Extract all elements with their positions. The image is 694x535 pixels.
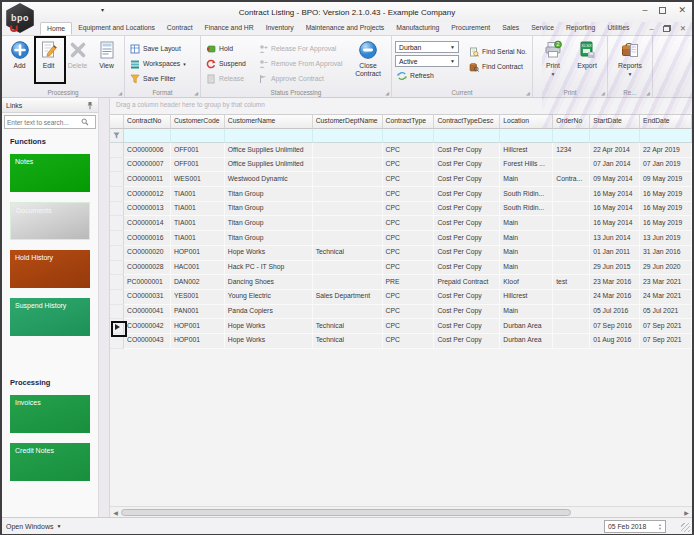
maximize-icon[interactable] <box>659 7 666 14</box>
cell-contracttypedesc[interactable]: Cost Per Copy <box>434 290 500 305</box>
search-input[interactable] <box>7 119 81 126</box>
date-editor[interactable]: 05 Feb 2018 ▲▼ <box>604 520 666 533</box>
cell-contracttypedesc[interactable]: Cost Per Copy <box>434 319 500 334</box>
cell-contracttype[interactable]: CPC <box>383 334 435 349</box>
cell-customerdeptname[interactable] <box>313 187 383 202</box>
table-row[interactable]: PC0000001DAN002Dancing ShoesPREPrepaid C… <box>110 275 692 290</box>
cell-location[interactable]: Main <box>500 172 553 187</box>
table-row[interactable]: CO0000014TIA001Titan GroupCPCCost Per Co… <box>110 216 692 231</box>
table-row[interactable]: CO0000028HAC001Hack PC - IT ShopCPCCost … <box>110 261 692 276</box>
cell-customerdeptname[interactable] <box>313 202 383 217</box>
cell-contractno[interactable]: CO0000020 <box>124 246 171 261</box>
suspend-history-button[interactable]: Suspend History <box>10 298 90 336</box>
cell-contracttypedesc[interactable]: Prepaid Contract <box>434 275 500 290</box>
filter-cell-location[interactable] <box>500 129 553 143</box>
close-contract-button[interactable]: Close Contract <box>348 38 388 86</box>
column-header-contracttypedesc[interactable]: ContractTypeDesc <box>434 114 500 129</box>
find-contract-button[interactable]: Find Contract <box>467 59 529 74</box>
cell-customercode[interactable]: OFF001 <box>171 158 225 173</box>
cell-orderno[interactable]: Contra... <box>553 172 590 187</box>
cell-customername[interactable]: Hope Works <box>225 246 313 261</box>
cell-customerdeptname[interactable]: Technical <box>313 334 383 349</box>
quick-access-dropdown-icon[interactable]: ▾ <box>101 6 104 13</box>
tab-equipment-and-locations[interactable]: Equipment and Locations <box>72 22 161 35</box>
table-row[interactable]: CO0000011WES001Westwood DynamicCPCCost P… <box>110 172 692 187</box>
cell-customername[interactable]: Hope Works <box>225 334 313 349</box>
filter-cell-contracttype[interactable] <box>383 129 435 143</box>
cell-orderno[interactable] <box>553 305 590 320</box>
cell-customername[interactable]: Westwood Dynamic <box>225 172 313 187</box>
cell-startdate[interactable]: 01 Aug 2016 <box>590 334 640 349</box>
group-by-panel[interactable]: Drag a column header here to group by th… <box>110 98 692 114</box>
filter-cell-customername[interactable] <box>225 129 313 143</box>
invoices-button[interactable]: Invoices <box>10 395 90 433</box>
credit-notes-button[interactable]: Credit Notes <box>10 443 90 481</box>
cell-customercode[interactable]: HOP001 <box>171 319 225 334</box>
pin-icon[interactable] <box>86 101 94 110</box>
cell-location[interactable]: Main <box>500 305 553 320</box>
cell-contractno[interactable]: CO0000043 <box>124 334 171 349</box>
cell-contractno[interactable]: CO0000014 <box>124 216 171 231</box>
cell-contracttypedesc[interactable]: Cost Per Copy <box>434 261 500 276</box>
column-header-customercode[interactable]: CustomerCode <box>171 114 225 129</box>
cell-customercode[interactable]: TIA001 <box>171 216 225 231</box>
cell-enddate[interactable]: 23 Mar 2021 <box>640 275 692 290</box>
cell-customerdeptname[interactable]: Sales Department <box>313 290 383 305</box>
cell-contracttypedesc[interactable]: Cost Per Copy <box>434 187 500 202</box>
cell-customercode[interactable]: HOP001 <box>171 246 225 261</box>
cell-contractno[interactable]: CO0000031 <box>124 290 171 305</box>
cell-enddate[interactable]: 31 Jan 2016 <box>640 246 692 261</box>
scroll-right-icon[interactable]: ▶ <box>681 509 692 516</box>
cell-contracttype[interactable]: CPC <box>383 187 435 202</box>
table-row[interactable]: CO0000016TIA001Titan GroupCPCCost Per Co… <box>110 231 692 246</box>
column-header-enddate[interactable]: EndDate <box>640 114 692 129</box>
close-icon[interactable]: ✕ <box>678 5 686 15</box>
column-header-contractno[interactable]: ContractNo <box>124 114 171 129</box>
cell-contracttype[interactable]: CPC <box>383 231 435 246</box>
cell-customercode[interactable]: TIA001 <box>171 231 225 246</box>
reports-button[interactable]: Reports ▼ <box>611 38 649 86</box>
cell-customername[interactable]: Dancing Shoes <box>225 275 313 290</box>
filter-cell-contracttypedesc[interactable] <box>434 129 500 143</box>
cell-customercode[interactable]: TIA001 <box>171 187 225 202</box>
cell-contracttype[interactable]: CPC <box>383 261 435 276</box>
cell-orderno[interactable] <box>553 231 590 246</box>
view-button[interactable]: View <box>92 38 121 86</box>
cell-customerdeptname[interactable] <box>313 261 383 276</box>
cell-contracttype[interactable]: CPC <box>383 246 435 261</box>
notes-button[interactable]: Notes <box>10 154 90 192</box>
cell-contractno[interactable]: CO0000041 <box>124 305 171 320</box>
suspend-button[interactable]: Suspend <box>204 56 256 71</box>
cell-customercode[interactable]: HAC001 <box>171 261 225 276</box>
cell-orderno[interactable]: test <box>553 275 590 290</box>
cell-location[interactable]: Durban Area <box>500 319 553 334</box>
print-button[interactable]: 2 Print ▼ <box>536 38 570 86</box>
cell-enddate[interactable]: 07 Sep 2021 <box>640 319 692 334</box>
cell-contracttype[interactable]: CPC <box>383 143 435 158</box>
cell-customerdeptname[interactable] <box>313 275 383 290</box>
cell-startdate[interactable]: 23 Mar 2016 <box>590 275 640 290</box>
column-header-location[interactable]: Location <box>500 114 553 129</box>
links-search[interactable] <box>4 115 96 129</box>
save-filter-button[interactable]: Save Filter <box>128 71 188 86</box>
branch-combobox[interactable]: Durban▼ <box>395 41 459 53</box>
cell-orderno[interactable]: 1234 <box>553 143 590 158</box>
tab-contract[interactable]: Contract <box>161 22 199 35</box>
table-row[interactable]: CO0000031YES001Young ElectricSales Depar… <box>110 290 692 305</box>
cell-customercode[interactable]: OFF001 <box>171 143 225 158</box>
cell-enddate[interactable]: 09 May 2019 <box>640 172 692 187</box>
cell-customername[interactable]: Hope Works <box>225 319 313 334</box>
spinner-icons[interactable]: ▲▼ <box>658 523 662 531</box>
cell-customerdeptname[interactable]: Technical <box>313 319 383 334</box>
refresh-button[interactable]: Refresh <box>395 68 467 83</box>
column-header-customerdeptname[interactable]: CustomerDeptName <box>313 114 383 129</box>
cell-startdate[interactable]: 16 May 2014 <box>590 187 640 202</box>
cell-contractno[interactable]: CO0000016 <box>124 231 171 246</box>
cell-customerdeptname[interactable] <box>313 216 383 231</box>
cell-customername[interactable]: Office Supplies Unlimited <box>225 143 313 158</box>
cell-orderno[interactable] <box>553 202 590 217</box>
cell-contracttypedesc[interactable]: Cost Per Copy <box>434 172 500 187</box>
cell-customerdeptname[interactable] <box>313 231 383 246</box>
table-row[interactable]: CO0000020HOP001Hope WorksTechnicalCPCCos… <box>110 246 692 261</box>
column-header-startdate[interactable]: StartDate <box>590 114 640 129</box>
